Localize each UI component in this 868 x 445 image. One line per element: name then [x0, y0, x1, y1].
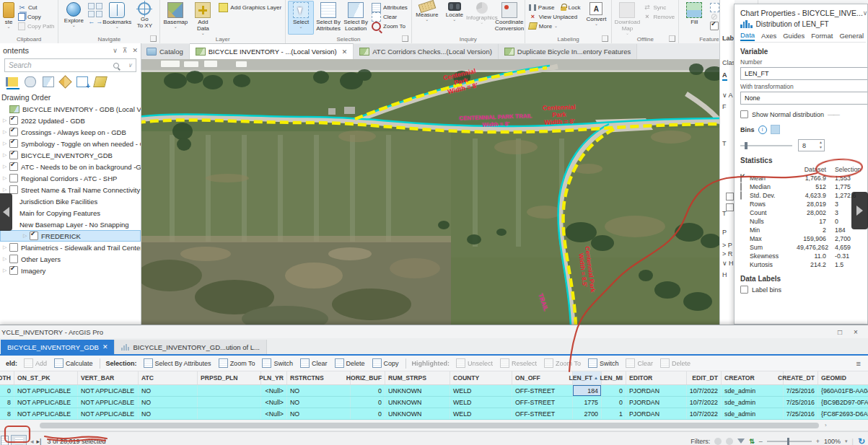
- median-checkbox[interactable]: [740, 182, 742, 191]
- select-by-location-button[interactable]: Select By Location: [343, 1, 369, 35]
- cell-len_mi[interactable]: 0: [602, 397, 626, 407]
- measure-button[interactable]: Measure⌄: [414, 1, 440, 35]
- layer-item-regional-corridors-atc-shp[interactable]: ▷Regional Corridors - ATC - SHP: [0, 172, 141, 184]
- view-tab-bicycle-inventory-local-version-[interactable]: BICYCLE INVENTORY - ...(Local Version)✕: [190, 43, 354, 59]
- cell-atc[interactable]: NO: [139, 397, 198, 407]
- column-header-editor[interactable]: EDITOR: [626, 371, 687, 384]
- dialog-launcher-icon[interactable]: [150, 35, 157, 42]
- auto-cache-checkbox[interactable]: [710, 22, 719, 30]
- cell-horiz_buf[interactable]: 0: [351, 385, 385, 396]
- chart-tab-guides[interactable]: Guides: [783, 32, 805, 40]
- cell-on_off[interactable]: OFF-STREET: [512, 385, 573, 396]
- chart-tab-data[interactable]: Data: [740, 31, 755, 41]
- cell-geomid[interactable]: {BC9B2D97-0FA0-49CF-...: [818, 397, 868, 407]
- layer-visibility-checkbox[interactable]: [9, 162, 18, 171]
- select-by-attributes-button[interactable]: Select By Attributes: [144, 358, 211, 368]
- fill-button[interactable]: Fill: [681, 1, 707, 35]
- zoom-in-icon[interactable]: +: [816, 438, 820, 445]
- dialog-launcher-icon[interactable]: [402, 35, 408, 42]
- map-view[interactable]: Centennial Park Width = 8'CENTENNIAL PAR…: [141, 59, 719, 325]
- more-button[interactable]: More⌄: [527, 22, 559, 30]
- select-by-attributes-button[interactable]: Select By Attributes: [315, 1, 341, 35]
- cell-county[interactable]: WELD: [450, 408, 512, 419]
- cell-atc[interactable]: NO: [139, 408, 198, 419]
- copy-button[interactable]: Copy: [17, 12, 43, 21]
- maximize-icon[interactable]: □: [832, 328, 848, 336]
- cell-vert_bar[interactable]: NOT APPLICABLE: [78, 408, 139, 419]
- layer-visibility-checkbox[interactable]: [9, 266, 18, 275]
- layer-item-frederick[interactable]: ▷FREDERICK: [0, 230, 141, 242]
- cell-editor[interactable]: PJORDAN: [626, 385, 687, 396]
- cell-create_dt[interactable]: 7/25/2016: [784, 385, 818, 396]
- view-unplaced-button[interactable]: ×View Unplaced: [527, 12, 579, 21]
- close-tab-icon[interactable]: ✕: [342, 48, 348, 56]
- cell-on_off[interactable]: OFF-STREET: [512, 408, 573, 419]
- zoom-to-button[interactable]: Zoom To: [544, 358, 581, 368]
- cell-pln_yr[interactable]: <Null>: [261, 385, 287, 396]
- info-icon[interactable]: i: [758, 125, 767, 134]
- list-by-editing-icon[interactable]: [58, 75, 71, 88]
- reselect-button[interactable]: Reselect: [500, 358, 537, 368]
- column-header-len_mi[interactable]: LEN_MI: [602, 371, 626, 384]
- cell-rum_strps[interactable]: UNKNOWN: [385, 408, 450, 419]
- go-to-xy-button[interactable]: Go To XY: [131, 1, 157, 35]
- list-by-snapping-icon[interactable]: [76, 76, 88, 87]
- refresh-icon[interactable]: ↻: [858, 436, 865, 445]
- cell-creator[interactable]: sde_admin: [722, 385, 784, 396]
- column-header-dth[interactable]: DTH: [0, 371, 14, 384]
- cell-creator[interactable]: sde_admin: [722, 408, 784, 419]
- clear-button[interactable]: Clear: [626, 358, 653, 368]
- filter-icon[interactable]: [737, 439, 745, 444]
- navigate-mini-buttons[interactable]: ←→: [88, 1, 102, 35]
- remove-button[interactable]: Remove: [641, 12, 676, 21]
- delete-button[interactable]: Delete: [335, 358, 365, 368]
- layer-item-crossings-always-keep-on-gdb[interactable]: ▷Crossings - Always keep on - GDB: [0, 126, 141, 138]
- attributes-button[interactable]: Attributes: [370, 3, 409, 12]
- cell-horiz_buf[interactable]: 0: [351, 408, 385, 419]
- column-header-create_dt[interactable]: CREATE_DT: [784, 371, 818, 384]
- variable-select[interactable]: LEN_FT: [740, 67, 868, 80]
- column-header-pln_yr[interactable]: PLN_YR: [261, 371, 287, 384]
- pane-menu-icon[interactable]: ∨: [113, 47, 118, 54]
- cell-vert_bar[interactable]: NOT APPLICABLE: [78, 397, 139, 407]
- table-view-icon[interactable]: [1, 436, 9, 445]
- download-map-button[interactable]: Download Map⌄: [614, 1, 640, 35]
- previous-record-icon[interactable]: ◂: [30, 438, 34, 445]
- cell-len_mi[interactable]: 1: [602, 408, 626, 419]
- layer-item-bicycle-inventory-gdb-local-version-[interactable]: BICYCLE INVENTORY - GDB (Local Version): [0, 103, 141, 115]
- close-tab-icon[interactable]: ✕: [102, 343, 108, 351]
- chart-tab-axes[interactable]: Axes: [761, 32, 776, 40]
- layer-visibility-checkbox[interactable]: [9, 116, 18, 125]
- cell-create_dt[interactable]: 7/25/2016: [784, 408, 818, 419]
- list-by-drawing-order-icon[interactable]: [6, 77, 18, 87]
- infographics-button[interactable]: Infographics⌄: [469, 1, 495, 35]
- lock-button[interactable]: Lock: [559, 3, 582, 12]
- add-button[interactable]: Add: [24, 358, 47, 368]
- layer-visibility-checkbox[interactable]: [9, 151, 18, 159]
- view-tab-duplicate-bicycle-in-entory-features[interactable]: Duplicate Bicycle In...entory Features: [499, 44, 637, 59]
- next-record-icon[interactable]: ▸|: [37, 438, 42, 445]
- horizontal-scrollbar[interactable]: ›: [0, 420, 868, 431]
- cell-rstrctns[interactable]: NO: [287, 385, 351, 396]
- sort-icon[interactable]: ⇅: [749, 438, 755, 445]
- column-header-atc[interactable]: ATC: [139, 371, 198, 384]
- layer-visibility-checkbox[interactable]: [9, 139, 18, 148]
- bookmarks-button[interactable]: Bookmarks⌄: [104, 1, 130, 35]
- coordinate-conversion-button[interactable]: Coordinate Conversion: [496, 1, 522, 35]
- zoom-to-button[interactable]: Zoom To: [219, 358, 255, 368]
- table-row[interactable]: 8NOT APPLICABLENOT APPLICABLENO<Null>NO0…: [0, 397, 868, 408]
- cell-create_dt[interactable]: 7/25/2016: [784, 397, 818, 407]
- mean-checkbox[interactable]: [740, 174, 742, 182]
- layer-visibility-checkbox[interactable]: [9, 185, 18, 194]
- menu-icon[interactable]: ≡: [856, 359, 865, 368]
- calculate-button[interactable]: Calculate: [54, 358, 93, 368]
- cell-prpsd_pln[interactable]: [198, 385, 261, 396]
- switch-button[interactable]: Switch: [262, 358, 293, 368]
- layer-visibility-checkbox[interactable]: [9, 243, 18, 252]
- list-by-selection-icon[interactable]: [43, 76, 54, 87]
- cell-creator[interactable]: sde_admin: [722, 397, 784, 407]
- add-data-button[interactable]: Add Data⌄: [190, 1, 216, 35]
- copy-button[interactable]: Copy: [372, 358, 399, 368]
- switch-button[interactable]: Switch: [588, 358, 619, 368]
- cell-horiz_buf[interactable]: 0: [351, 397, 385, 407]
